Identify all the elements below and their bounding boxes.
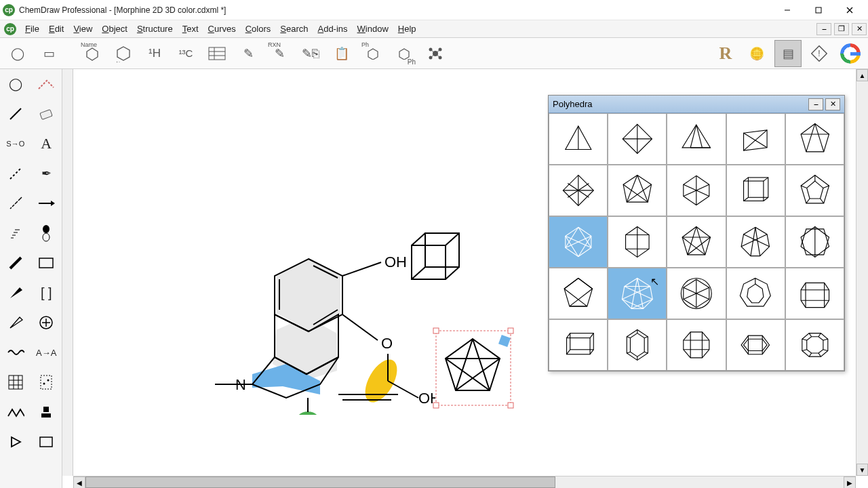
scroll-left-button[interactable]: ◀ <box>73 476 85 488</box>
freehand-tool[interactable] <box>33 70 60 98</box>
polyhedra-cell-2[interactable] <box>667 113 726 165</box>
polyhedra-cell-21[interactable] <box>608 319 667 371</box>
polyhedra-cell-10[interactable] <box>549 216 608 268</box>
polyhedra-cell-22[interactable] <box>667 319 726 371</box>
dative-bond-tool[interactable]: S→O <box>2 130 29 157</box>
polyhedra-cell-15[interactable] <box>549 268 608 319</box>
scroll-up-button[interactable]: ▲ <box>856 69 868 81</box>
ph-annotate-button[interactable]: Ph <box>391 40 418 67</box>
hollow-wedge-tool[interactable] <box>2 309 29 336</box>
menu-add-ins[interactable]: Add-ins <box>313 22 352 35</box>
scroll-down-button[interactable]: ▼ <box>856 464 868 476</box>
clean-reaction-button[interactable]: ✎ <box>235 40 262 67</box>
polyhedra-cell-16[interactable]: ↖ <box>608 268 667 319</box>
menu-window[interactable]: Window <box>353 22 393 35</box>
polyhedra-cell-12[interactable] <box>667 216 726 268</box>
menu-curves[interactable]: Curves <box>203 22 241 35</box>
cluster-button[interactable] <box>422 40 449 67</box>
dashed-bond-tool[interactable] <box>2 160 29 187</box>
polyhedra-cell-5[interactable] <box>549 165 608 216</box>
paste-reaction-button[interactable]: 📋 <box>328 40 355 67</box>
mdi-restore-button[interactable]: ❐ <box>834 23 849 35</box>
tlc-tool[interactable] <box>33 369 60 396</box>
polyhedra-cell-4[interactable] <box>785 113 844 165</box>
menu-help[interactable]: Help <box>393 22 421 35</box>
polyhedra-panel[interactable]: Polyhedra ‒ ✕ ↖ <box>548 95 845 371</box>
polyhedra-cell-14[interactable] <box>785 216 844 268</box>
scroll-thumb[interactable] <box>85 476 555 488</box>
mdi-close-button[interactable]: ✕ <box>852 23 867 35</box>
copy-reaction-button[interactable]: ✎⎘ <box>297 40 324 67</box>
horizontal-scrollbar[interactable]: ◀ ▶ <box>73 476 856 488</box>
structure-to-name-button[interactable]: Name <box>110 40 137 67</box>
vertical-scrollbar[interactable]: ▲ ▼ <box>856 69 868 476</box>
lasso-select-tool[interactable]: ◯ <box>2 70 29 98</box>
polyhedra-cell-3[interactable] <box>726 113 785 165</box>
cube-shape[interactable] <box>401 225 476 300</box>
atom-tool[interactable] <box>33 309 60 336</box>
menu-file[interactable]: File <box>20 22 44 35</box>
menu-view[interactable]: View <box>68 22 97 35</box>
ph-button[interactable]: Ph <box>359 40 387 67</box>
polyhedra-cell-18[interactable] <box>726 268 785 319</box>
polyhedra-cell-1[interactable] <box>608 113 667 165</box>
polyhedra-titlebar[interactable]: Polyhedra ‒ ✕ <box>549 96 844 113</box>
menu-colors[interactable]: Colors <box>241 22 276 35</box>
box-tool[interactable] <box>33 428 60 455</box>
google-search-button[interactable] <box>837 40 864 67</box>
polyhedra-cell-23[interactable] <box>726 319 785 371</box>
wavy-bond-tool[interactable] <box>2 339 29 366</box>
wedge-bond-tool[interactable] <box>2 279 29 306</box>
coins-button[interactable]: 🪙 <box>743 40 770 67</box>
hashed-bond-tool[interactable] <box>2 220 29 247</box>
polyhedra-minimize-button[interactable]: ‒ <box>808 98 823 110</box>
orbital-tool[interactable] <box>33 220 60 247</box>
eraser-tool[interactable] <box>33 100 60 127</box>
arrow-tool[interactable] <box>33 190 60 217</box>
polyhedra-cell-24[interactable] <box>785 319 844 371</box>
morphine-structure[interactable]: OH O N OH H <box>151 171 435 415</box>
r-group-button[interactable]: R <box>712 40 739 67</box>
polyhedra-cell-17[interactable] <box>667 268 726 319</box>
single-bond-tool[interactable] <box>2 100 29 127</box>
rectangle-tool[interactable] <box>33 249 60 277</box>
name-to-structure-button[interactable]: Name <box>79 40 106 67</box>
polyhedra-cell-20[interactable] <box>549 319 608 371</box>
atom-label-tool[interactable]: A→A <box>33 339 60 366</box>
close-button[interactable] <box>834 0 865 20</box>
rxn-button[interactable]: RXN✎ <box>266 40 293 67</box>
c13-nmr-button[interactable]: ¹³C <box>172 40 199 67</box>
polyhedra-cell-11[interactable] <box>608 216 667 268</box>
text-tool[interactable]: A <box>33 130 60 157</box>
stamp-tool[interactable] <box>33 399 60 426</box>
play-tool[interactable] <box>2 428 29 455</box>
h1-nmr-button[interactable]: ¹H <box>141 40 168 67</box>
polyhedra-cell-9[interactable] <box>785 165 844 216</box>
chain-tool[interactable] <box>2 399 29 426</box>
maximize-button[interactable] <box>803 0 834 20</box>
menu-object[interactable]: Object <box>97 22 132 35</box>
polyhedra-cell-6[interactable] <box>608 165 667 216</box>
polyhedra-cell-7[interactable] <box>667 165 726 216</box>
minimize-button[interactable] <box>772 0 803 20</box>
polyhedra-close-button[interactable]: ✕ <box>825 98 840 110</box>
polyhedra-cell-19[interactable] <box>785 268 844 319</box>
table-tool[interactable] <box>2 369 29 396</box>
menu-edit[interactable]: Edit <box>44 22 68 35</box>
menu-text[interactable]: Text <box>178 22 203 35</box>
menu-search[interactable]: Search <box>275 22 313 35</box>
pentagonal-bipyramid-shape[interactable] <box>432 327 520 415</box>
bracket-tool[interactable]: [ ] <box>33 279 60 306</box>
menu-structure[interactable]: Structure <box>132 22 178 35</box>
polyhedra-cell-13[interactable] <box>726 216 785 268</box>
marquee-tool[interactable]: ▭ <box>35 40 62 67</box>
properties-table-button[interactable] <box>203 40 231 67</box>
scroll-right-button[interactable]: ▶ <box>844 476 856 488</box>
stack-button[interactable]: ▤ <box>774 40 802 67</box>
bold-bond-tool[interactable] <box>2 249 29 277</box>
polyhedra-cell-0[interactable] <box>549 113 608 165</box>
pen-tool[interactable]: ✒ <box>33 160 60 187</box>
mdi-minimize-button[interactable]: ‒ <box>816 23 831 35</box>
lasso-tool[interactable]: ◯ <box>4 40 31 67</box>
warning-button[interactable]: ! <box>806 40 833 67</box>
